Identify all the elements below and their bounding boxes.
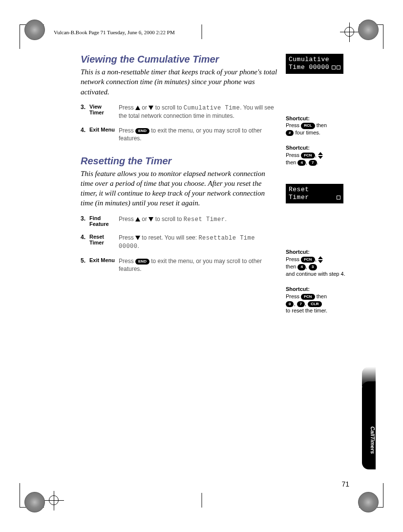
section-intro: This feature allows you to monitor elaps… (81, 169, 278, 208)
step-body: Press or to scroll to Reset Timer. (119, 215, 278, 227)
step-body: Press or to scroll to Cumulative Time. Y… (119, 104, 278, 120)
lcd-display-cumulative: Cumulative Time 00000 (286, 54, 343, 74)
step-num: 5. (81, 257, 89, 273)
fcn-key-icon: FCN (301, 257, 315, 263)
step-row: 4. Reset Timer Press to reset. You will … (81, 234, 278, 250)
step-num: 4. (81, 234, 89, 250)
lcd-display-reset: Reset Timer (286, 184, 343, 204)
up-arrow-icon (135, 217, 140, 222)
lcd-icons (337, 196, 340, 200)
down-arrow-icon (148, 106, 153, 110)
steps-list: 3. Find Feature Press or to scroll to Re… (81, 215, 278, 273)
side-tab: CallTimers (362, 381, 376, 469)
fcn-key-icon: FCN (301, 153, 315, 158)
lcd-line: Time 00000 (289, 64, 329, 71)
shortcut-box: Shortcut: Press FCN, then 4, 7. (286, 144, 354, 166)
registration-mark (49, 495, 59, 505)
step-row: 3. View Timer Press or to scroll to Cumu… (81, 104, 278, 120)
step-row: 4. Exit Menu Press END to exit the menu,… (81, 127, 278, 142)
step-label: Find Feature (89, 215, 119, 227)
shortcut-box: Shortcut: Press FCN then 0, 7, CLR to re… (286, 286, 354, 314)
shortcut-box: Shortcut: Press FCN, then 4, 3 and conti… (286, 248, 354, 278)
page-header: Vulcan-B.Book Page 71 Tuesday, June 6, 2… (54, 29, 175, 35)
step-num: 3. (81, 104, 89, 120)
step-row: 3. Find Feature Press or to scroll to Re… (81, 215, 278, 227)
step-label: Reset Timer (89, 234, 119, 250)
clr-key-icon: CLR (308, 301, 321, 307)
step-label: Exit Menu (89, 257, 119, 273)
digit-key-icon: 7 (309, 160, 317, 166)
step-label: Exit Menu (89, 127, 119, 142)
page-number: 71 (341, 480, 349, 488)
end-key-icon: END (135, 128, 149, 134)
digit-key-icon: 7 (297, 301, 305, 307)
corner-medallion (24, 492, 45, 512)
crop-mark (201, 493, 202, 508)
section-title-reset: Resetting the Timer (81, 155, 278, 167)
step-label: View Timer (89, 104, 119, 120)
step-row: 5. Exit Menu Press END to exit the menu,… (81, 257, 278, 273)
step-num: 3. (81, 215, 89, 227)
shortcut-box: Shortcut: Press RCL then # four times. (286, 115, 354, 137)
rcl-key-icon: RCL (301, 123, 315, 129)
updown-arrow-icon (318, 152, 323, 159)
step-body: Press END to exit the menu, or you may s… (119, 257, 278, 273)
lcd-icons (332, 66, 340, 69)
updown-arrow-icon (318, 256, 323, 263)
up-arrow-icon (135, 106, 140, 110)
digit-key-icon: 3 (309, 264, 317, 270)
hash-key-icon: # (286, 130, 294, 136)
corner-medallion (358, 20, 379, 40)
registration-mark (344, 27, 354, 37)
down-arrow-icon (135, 236, 140, 240)
fcn-key-icon: FCN (301, 294, 315, 300)
end-key-icon: END (135, 259, 149, 265)
corner-medallion (24, 20, 45, 40)
step-body: Press END to exit the menu, or you may s… (119, 127, 278, 142)
steps-list: 3. View Timer Press or to scroll to Cumu… (81, 104, 278, 143)
down-arrow-icon (148, 217, 153, 222)
section-title-cumulative: Viewing the Cumulative Timer (81, 54, 278, 65)
corner-medallion (358, 492, 379, 512)
section-intro: This is a non-resettable timer that keep… (81, 67, 278, 97)
step-body: Press to reset. You will see: Resettable… (119, 234, 278, 250)
lcd-line: Cumulative (289, 56, 340, 64)
digit-key-icon: 0 (286, 301, 294, 307)
digit-key-icon: 4 (297, 264, 305, 270)
lcd-line: Reset (289, 186, 340, 194)
step-num: 4. (81, 127, 89, 142)
digit-key-icon: 4 (297, 160, 305, 166)
lcd-line: Timer (289, 194, 309, 201)
crop-mark (201, 24, 202, 39)
